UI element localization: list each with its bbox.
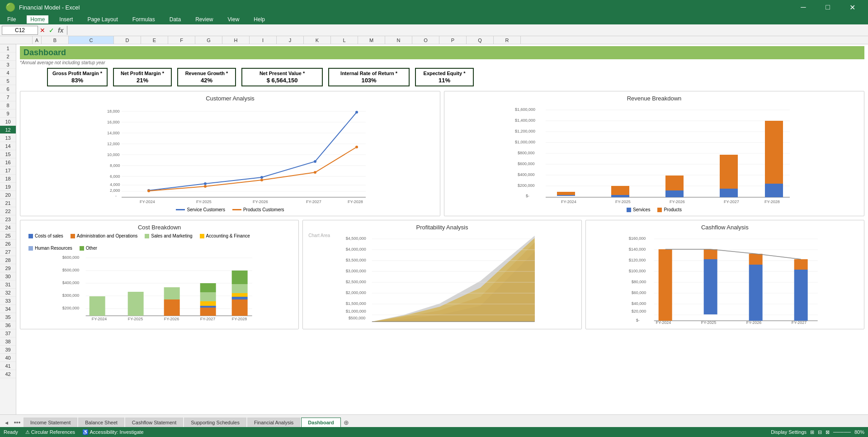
title-bar: 🟢 Financial Model - Excel ─ □ ✕ bbox=[0, 0, 868, 14]
tab-dashboard[interactable]: Dashboard bbox=[301, 418, 340, 427]
col-header-K[interactable]: K bbox=[304, 36, 331, 44]
confirm-icon[interactable]: ✓ bbox=[49, 27, 54, 34]
tab-nav-left[interactable]: ◂ bbox=[2, 418, 11, 427]
ribbon-tab-file[interactable]: File bbox=[4, 15, 19, 24]
row-26: 26 bbox=[0, 240, 16, 248]
excel-frame: 🟢 Financial Model - Excel ─ □ ✕ File Hom… bbox=[0, 0, 868, 437]
cost-legend: Costs of sales Administration and Operat… bbox=[24, 233, 295, 251]
col-header-J[interactable]: J bbox=[277, 36, 304, 44]
legend-hr: Human Resources bbox=[28, 246, 72, 251]
row-16: 16 bbox=[0, 158, 16, 166]
svg-rect-140 bbox=[703, 249, 717, 259]
svg-rect-63 bbox=[665, 176, 684, 190]
ribbon-tab-help[interactable]: Help bbox=[250, 15, 269, 24]
svg-text:FY-2027: FY-2027 bbox=[791, 320, 807, 325]
col-header-D[interactable]: D bbox=[114, 36, 141, 44]
svg-text:FY-2027: FY-2027 bbox=[200, 317, 216, 321]
svg-text:$3,500,000: $3,500,000 bbox=[346, 258, 366, 262]
svg-text:FY-2028: FY-2028 bbox=[232, 317, 247, 321]
name-box[interactable] bbox=[2, 26, 38, 35]
col-header-Q[interactable]: Q bbox=[467, 36, 494, 44]
svg-rect-65 bbox=[720, 155, 738, 189]
row-3: 3 bbox=[0, 61, 16, 69]
legend-service-customers: Service Customers bbox=[176, 207, 225, 212]
kpi-irr: Internal Rate of Return * 103% bbox=[328, 68, 410, 86]
tab-nav-dots[interactable]: ••• bbox=[13, 418, 22, 427]
kpi-revenue-growth: Revenue Growth * 42% bbox=[177, 68, 236, 86]
svg-text:FY-2026: FY-2026 bbox=[746, 320, 761, 325]
col-header-M[interactable]: M bbox=[358, 36, 385, 44]
ribbon-tab-review[interactable]: Review bbox=[192, 15, 217, 24]
col-header-H[interactable]: H bbox=[222, 36, 250, 44]
svg-text:2,000: 2,000 bbox=[110, 188, 120, 193]
svg-text:FY-2025: FY-2025 bbox=[701, 320, 716, 325]
minimize-btn[interactable]: ─ bbox=[793, 0, 814, 14]
svg-text:$140,000: $140,000 bbox=[628, 247, 646, 252]
tab-supporting-schedules[interactable]: Supporting Schedules bbox=[184, 418, 246, 427]
row-9: 9 bbox=[0, 109, 16, 118]
tab-income-statement[interactable]: Income Statement bbox=[24, 418, 77, 427]
view-preview-icon[interactable]: ⊠ bbox=[826, 429, 830, 435]
kpi-revenue-growth-value: 42% bbox=[183, 77, 231, 84]
col-header-I[interactable]: I bbox=[250, 36, 277, 44]
ribbon-tab-home[interactable]: Home bbox=[27, 15, 48, 24]
col-header-L[interactable]: L bbox=[331, 36, 358, 44]
ribbon: File Home Insert Page Layout Formulas Da… bbox=[0, 14, 868, 24]
tab-cashflow-statement[interactable]: Cashflow Statement bbox=[125, 418, 183, 427]
tab-balance-sheet[interactable]: Balance Sheet bbox=[78, 418, 124, 427]
row-36: 36 bbox=[0, 321, 16, 329]
row-2: 2 bbox=[0, 52, 16, 61]
svg-text:FY-2025: FY-2025 bbox=[128, 317, 143, 321]
col-header-O[interactable]: O bbox=[412, 36, 439, 44]
svg-text:$80,000: $80,000 bbox=[631, 280, 646, 284]
svg-rect-85 bbox=[200, 301, 216, 306]
row-24: 24 bbox=[0, 223, 16, 232]
col-header-N[interactable]: N bbox=[385, 36, 412, 44]
row-42: 42 bbox=[0, 370, 16, 378]
svg-rect-79 bbox=[90, 296, 105, 316]
svg-rect-88 bbox=[232, 271, 248, 284]
row-6: 6 bbox=[0, 85, 16, 93]
title-bar-controls: ─ □ ✕ bbox=[793, 0, 863, 14]
maximize-btn[interactable]: □ bbox=[817, 0, 838, 14]
col-header-P[interactable]: P bbox=[439, 36, 467, 44]
svg-text:$1,000,000: $1,000,000 bbox=[346, 309, 366, 314]
ribbon-tab-formulas[interactable]: Formulas bbox=[129, 15, 159, 24]
ribbon-tab-view[interactable]: View bbox=[224, 15, 243, 24]
col-header-R[interactable]: R bbox=[494, 36, 521, 44]
col-header-C[interactable]: C bbox=[69, 36, 114, 44]
dashboard-title: Dashboard bbox=[24, 46, 66, 59]
display-settings[interactable]: Display Settings bbox=[771, 429, 807, 435]
row-12-selected: 12 bbox=[0, 126, 16, 134]
tab-add-btn[interactable]: ⊕ bbox=[342, 418, 351, 427]
ribbon-tab-data[interactable]: Data bbox=[166, 15, 184, 24]
ribbon-tab-insert[interactable]: Insert bbox=[56, 15, 76, 24]
svg-text:-: - bbox=[115, 194, 117, 198]
col-header-B[interactable]: B bbox=[42, 36, 69, 44]
ribbon-tab-pagelayout[interactable]: Page Layout bbox=[84, 15, 121, 24]
svg-rect-64 bbox=[720, 189, 738, 197]
svg-text:FY-2028: FY-2028 bbox=[764, 200, 780, 204]
fx-icon[interactable]: fx bbox=[58, 27, 63, 34]
svg-text:18,000: 18,000 bbox=[107, 109, 120, 114]
col-header-A[interactable]: A bbox=[33, 36, 42, 44]
col-header-G[interactable]: G bbox=[195, 36, 222, 44]
view-layout-icon[interactable]: ⊟ bbox=[818, 429, 822, 435]
view-normal-icon[interactable]: ⊞ bbox=[810, 429, 814, 435]
formula-input[interactable] bbox=[71, 26, 866, 35]
zoom-level: ───── bbox=[833, 429, 851, 435]
svg-text:FY-2025: FY-2025 bbox=[615, 200, 631, 204]
svg-point-27 bbox=[260, 176, 263, 179]
tab-financial-analysis[interactable]: Financial Analysis bbox=[247, 418, 300, 427]
row-15: 15 bbox=[0, 150, 16, 158]
col-header-F[interactable]: F bbox=[168, 36, 195, 44]
cancel-icon[interactable]: ✕ bbox=[40, 27, 45, 34]
svg-rect-62 bbox=[665, 190, 684, 197]
svg-rect-89 bbox=[232, 284, 248, 293]
svg-text:$200,000: $200,000 bbox=[62, 306, 80, 310]
kpi-net-profit: Net Profit Margin * 21% bbox=[113, 68, 172, 86]
svg-text:$400,000: $400,000 bbox=[62, 280, 80, 285]
svg-text:$1,600,000: $1,600,000 bbox=[515, 107, 535, 112]
close-btn[interactable]: ✕ bbox=[842, 0, 863, 14]
col-header-E[interactable]: E bbox=[141, 36, 168, 44]
